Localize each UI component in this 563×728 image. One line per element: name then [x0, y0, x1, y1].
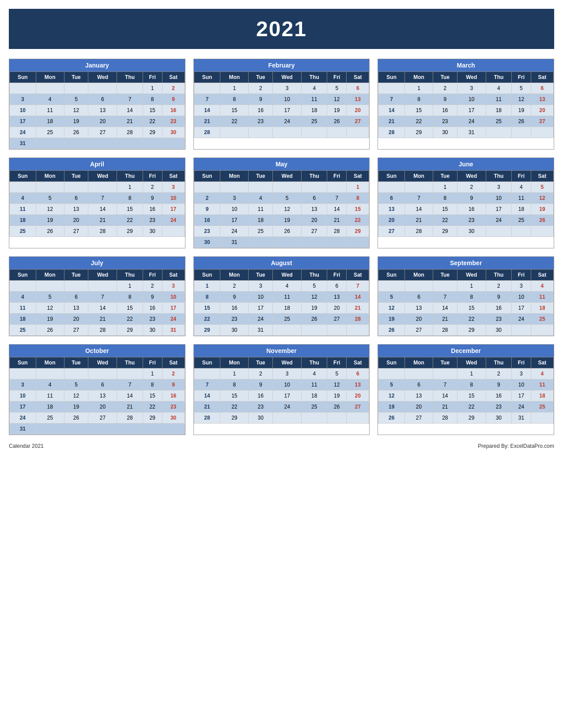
- day-cell: 19: [302, 303, 327, 314]
- day-header-thu: Thu: [302, 357, 327, 368]
- day-header-tue: Tue: [249, 171, 273, 182]
- day-cell: 16: [486, 303, 511, 314]
- day-cell: 15: [117, 303, 143, 314]
- day-cell: 19: [64, 402, 88, 413]
- day-header-thu: Thu: [117, 270, 143, 281]
- day-cell: 13: [88, 390, 117, 402]
- day-cell: 28: [327, 226, 347, 237]
- day-cell: [88, 281, 117, 292]
- day-cell: [378, 83, 405, 94]
- day-cell: 4: [36, 94, 64, 105]
- day-cell: 19: [378, 402, 405, 413]
- day-cell: 12: [327, 379, 347, 390]
- day-header-tue: Tue: [433, 357, 457, 368]
- day-cell: 8: [143, 379, 162, 390]
- day-cell: 24: [10, 413, 36, 424]
- month-table-november: SunMonTueWedThuFriSat1234567891011121314…: [194, 357, 370, 424]
- week-row: 123: [10, 281, 185, 292]
- day-cell: 7: [117, 94, 143, 105]
- day-cell: 18: [511, 204, 531, 215]
- day-cell: 16: [457, 204, 486, 215]
- day-cell: 26: [531, 215, 553, 226]
- day-cell: 27: [405, 325, 433, 336]
- day-cell: 4: [36, 379, 64, 390]
- week-row: 12345: [378, 182, 554, 193]
- day-cell: 9: [220, 292, 249, 303]
- day-cell: [302, 413, 327, 424]
- day-cell: 29: [143, 127, 162, 138]
- day-cell: 29: [347, 226, 369, 237]
- day-header-sun: Sun: [378, 171, 405, 182]
- day-cell: 30: [143, 226, 162, 237]
- week-row: 12131415161718: [378, 390, 554, 402]
- day-cell: [273, 413, 302, 424]
- day-cell: 20: [347, 390, 369, 402]
- month-block-august: AugustSunMonTueWedThuFriSat1234567891011…: [193, 256, 370, 336]
- day-cell: 16: [433, 105, 457, 116]
- day-cell: 26: [36, 226, 64, 237]
- day-cell: 11: [36, 105, 64, 116]
- day-cell: 9: [194, 204, 220, 215]
- month-table-january: SunMonTueWedThuFriSat1234567891011121314…: [9, 71, 185, 149]
- day-header-thu: Thu: [302, 171, 327, 182]
- week-row: 45678910: [10, 193, 185, 204]
- day-cell: 1: [433, 182, 457, 193]
- day-cell: 2: [143, 281, 162, 292]
- day-cell: 14: [194, 390, 220, 402]
- day-cell: 26: [64, 413, 88, 424]
- day-cell: 6: [378, 193, 405, 204]
- day-cell: 13: [302, 204, 327, 215]
- day-cell: [273, 237, 302, 248]
- day-header-wed: Wed: [273, 270, 302, 281]
- day-header-sun: Sun: [10, 357, 36, 368]
- day-cell: 31: [220, 237, 249, 248]
- day-cell: 2: [162, 368, 185, 379]
- day-header-sat: Sat: [347, 171, 369, 182]
- day-cell: 11: [10, 204, 36, 215]
- day-cell: 11: [511, 193, 531, 204]
- day-cell: 31: [10, 138, 36, 149]
- day-cell: [36, 182, 64, 193]
- day-cell: 14: [433, 303, 457, 314]
- day-cell: 4: [10, 193, 36, 204]
- day-header-sun: Sun: [194, 171, 220, 182]
- day-cell: 16: [143, 303, 162, 314]
- day-header-fri: Fri: [327, 171, 347, 182]
- day-cell: [531, 127, 553, 138]
- day-cell: 16: [249, 390, 273, 402]
- day-cell: 17: [457, 105, 486, 116]
- day-cell: 5: [302, 281, 327, 292]
- day-cell: 26: [378, 325, 405, 336]
- day-cell: [64, 281, 88, 292]
- day-cell: 31: [249, 325, 273, 336]
- day-cell: 10: [511, 292, 531, 303]
- day-cell: 17: [10, 116, 36, 127]
- week-row: 24252627282930: [10, 127, 185, 138]
- day-cell: 30: [486, 325, 511, 336]
- footer-right: Prepared By: ExcelDataPro.com: [478, 443, 554, 449]
- day-header-wed: Wed: [457, 72, 486, 83]
- day-header-sat: Sat: [347, 357, 369, 368]
- day-cell: 23: [249, 116, 273, 127]
- day-cell: 19: [64, 116, 88, 127]
- day-cell: 31: [162, 325, 185, 336]
- day-cell: 4: [511, 182, 531, 193]
- month-block-september: SeptemberSunMonTueWedThuFriSat1234567891…: [378, 256, 554, 336]
- day-cell: 10: [511, 379, 531, 390]
- day-cell: [531, 413, 553, 424]
- day-cell: 29: [194, 325, 220, 336]
- month-title-september: September: [378, 257, 554, 269]
- day-cell: 22: [143, 402, 162, 413]
- day-cell: [327, 127, 347, 138]
- day-cell: 24: [162, 215, 185, 226]
- day-cell: 2: [486, 368, 511, 379]
- day-cell: 24: [511, 402, 531, 413]
- day-cell: 12: [36, 204, 64, 215]
- day-header-tue: Tue: [249, 72, 273, 83]
- day-cell: 4: [531, 281, 553, 292]
- day-cell: [249, 237, 273, 248]
- day-cell: 15: [405, 105, 433, 116]
- day-header-sat: Sat: [347, 270, 369, 281]
- day-cell: 28: [433, 325, 457, 336]
- week-row: 1234567: [194, 281, 369, 292]
